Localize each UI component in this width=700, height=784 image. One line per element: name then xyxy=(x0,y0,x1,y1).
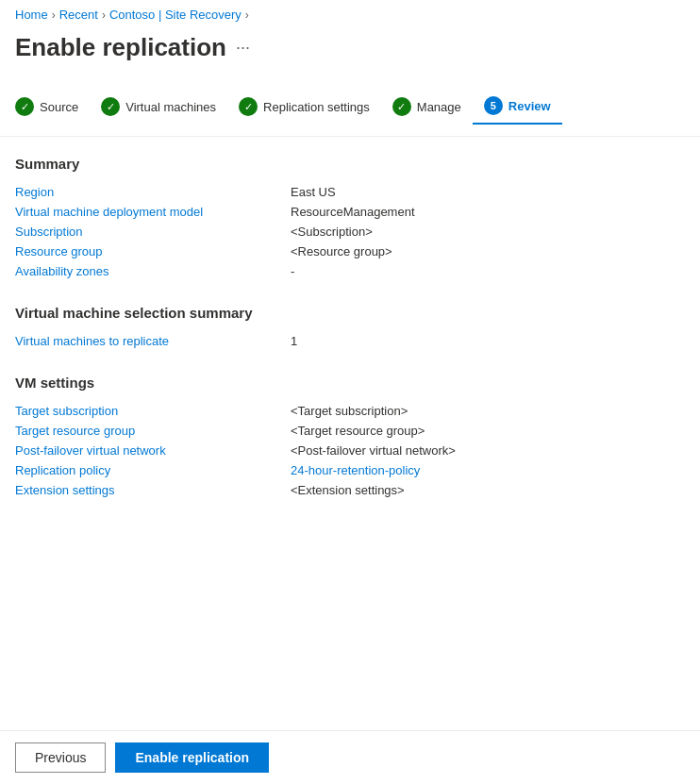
summary-resource-group-value: <Resource group> xyxy=(291,244,685,259)
previous-button[interactable]: Previous xyxy=(15,742,106,773)
step-vm-label: Virtual machines xyxy=(125,100,216,114)
summary-deployment-label[interactable]: Virtual machine deployment model xyxy=(15,205,279,219)
summary-availability-value: - xyxy=(291,264,685,278)
vm-settings-section: VM settings Target subscription <Target … xyxy=(15,375,685,497)
post-failover-network-value: <Post-failover virtual network> xyxy=(291,443,685,458)
post-failover-network-label[interactable]: Post-failover virtual network xyxy=(15,443,279,458)
summary-section: Summary Region East US Virtual machine d… xyxy=(15,156,685,278)
replication-policy-label[interactable]: Replication policy xyxy=(15,463,279,477)
extension-settings-label[interactable]: Extension settings xyxy=(15,483,279,497)
page-title: Enable replication xyxy=(15,33,226,62)
step-source-label: Source xyxy=(40,100,78,114)
step-review-label: Review xyxy=(508,99,551,113)
vm-replicate-label[interactable]: Virtual machines to replicate xyxy=(15,334,279,348)
summary-subscription-label[interactable]: Subscription xyxy=(15,225,279,239)
page-header: Enable replication ··· xyxy=(0,29,700,77)
extension-settings-value: <Extension settings> xyxy=(291,483,685,497)
target-resource-group-value: <Target resource group> xyxy=(291,424,685,438)
step-rep-label: Replication settings xyxy=(263,100,370,114)
summary-table: Region East US Virtual machine deploymen… xyxy=(15,185,685,278)
target-subscription-label[interactable]: Target subscription xyxy=(15,404,279,418)
more-options-icon[interactable]: ··· xyxy=(236,38,250,58)
step-source[interactable]: ✓ Source xyxy=(15,90,90,124)
vm-replicate-value: 1 xyxy=(291,334,685,348)
summary-region-label[interactable]: Region xyxy=(15,185,279,199)
step-rep-check-icon: ✓ xyxy=(239,97,258,116)
breadcrumb-recent[interactable]: Recent xyxy=(59,8,98,22)
content-area: Summary Region East US Virtual machine d… xyxy=(0,137,700,542)
summary-deployment-value: ResourceManagement xyxy=(291,205,685,219)
target-resource-group-label[interactable]: Target resource group xyxy=(15,424,279,438)
breadcrumb-contoso[interactable]: Contoso | Site Recovery xyxy=(109,8,242,22)
enable-replication-button[interactable]: Enable replication xyxy=(115,742,269,773)
vm-settings-title: VM settings xyxy=(15,375,685,391)
step-review-number-icon: 5 xyxy=(484,96,503,115)
step-virtual-machines[interactable]: ✓ Virtual machines xyxy=(90,90,227,124)
wizard-steps: ✓ Source ✓ Virtual machines ✓ Replicatio… xyxy=(0,77,700,137)
summary-subscription-value: <Subscription> xyxy=(291,225,685,239)
summary-region-value: East US xyxy=(291,185,685,199)
step-manage[interactable]: ✓ Manage xyxy=(381,90,473,124)
footer: Previous Enable replication xyxy=(0,730,700,784)
target-subscription-value: <Target subscription> xyxy=(291,404,685,418)
vm-selection-table: Virtual machines to replicate 1 xyxy=(15,334,685,348)
step-source-check-icon: ✓ xyxy=(15,97,34,116)
breadcrumb-home[interactable]: Home xyxy=(15,8,48,22)
breadcrumb-sep-2: › xyxy=(102,8,106,22)
vm-selection-section: Virtual machine selection summary Virtua… xyxy=(15,305,685,348)
summary-title: Summary xyxy=(15,156,685,172)
vm-settings-table: Target subscription <Target subscription… xyxy=(15,404,685,497)
replication-policy-value: 24-hour-retention-policy xyxy=(291,463,685,477)
summary-availability-label[interactable]: Availability zones xyxy=(15,264,279,278)
step-review[interactable]: 5 Review xyxy=(473,89,562,125)
breadcrumb: Home › Recent › Contoso | Site Recovery … xyxy=(0,0,700,29)
summary-resource-group-label[interactable]: Resource group xyxy=(15,244,279,259)
step-replication-settings[interactable]: ✓ Replication settings xyxy=(227,90,381,124)
step-vm-check-icon: ✓ xyxy=(101,97,120,116)
breadcrumb-sep-1: › xyxy=(52,8,56,22)
step-manage-check-icon: ✓ xyxy=(392,97,411,116)
vm-selection-title: Virtual machine selection summary xyxy=(15,305,685,321)
breadcrumb-sep-3: › xyxy=(245,8,249,22)
step-manage-label: Manage xyxy=(417,100,461,114)
